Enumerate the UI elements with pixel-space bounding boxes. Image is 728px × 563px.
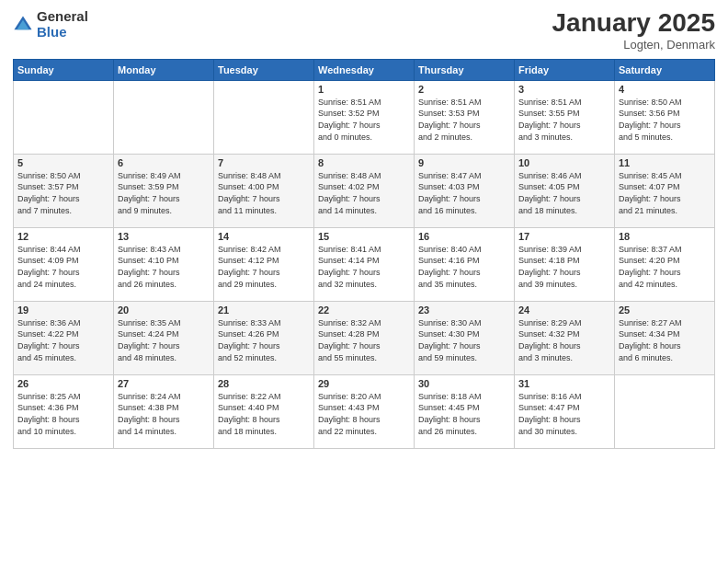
day-info: Sunrise: 8:48 AM Sunset: 4:00 PM Dayligh…: [218, 170, 310, 216]
calendar-header-wednesday: Wednesday: [314, 59, 415, 80]
day-number: 16: [418, 231, 510, 242]
calendar-header-sunday: Sunday: [14, 59, 114, 80]
logo-text: General Blue: [37, 9, 88, 40]
calendar: SundayMondayTuesdayWednesdayThursdayFrid…: [13, 59, 715, 449]
day-number: 3: [518, 84, 610, 95]
calendar-cell: 22Sunrise: 8:32 AM Sunset: 4:28 PM Dayli…: [314, 301, 415, 374]
calendar-cell: 13Sunrise: 8:43 AM Sunset: 4:10 PM Dayli…: [114, 227, 214, 301]
calendar-week-row: 12Sunrise: 8:44 AM Sunset: 4:09 PM Dayli…: [14, 227, 715, 301]
subtitle: Logten, Denmark: [552, 38, 715, 52]
calendar-cell: 19Sunrise: 8:36 AM Sunset: 4:22 PM Dayli…: [14, 301, 114, 374]
day-number: 13: [118, 231, 210, 242]
day-info: Sunrise: 8:51 AM Sunset: 3:52 PM Dayligh…: [318, 97, 410, 143]
day-number: 8: [318, 157, 410, 168]
page: General Blue January 2025 Logten, Denmar…: [0, 0, 728, 563]
calendar-cell: [214, 80, 314, 154]
day-info: Sunrise: 8:32 AM Sunset: 4:28 PM Dayligh…: [318, 317, 410, 363]
calendar-cell: 20Sunrise: 8:35 AM Sunset: 4:24 PM Dayli…: [114, 301, 214, 374]
title-area: January 2025 Logten, Denmark: [552, 9, 715, 52]
calendar-cell: 10Sunrise: 8:46 AM Sunset: 4:05 PM Dayli…: [515, 154, 615, 227]
calendar-cell: 12Sunrise: 8:44 AM Sunset: 4:09 PM Dayli…: [14, 227, 114, 301]
calendar-week-row: 26Sunrise: 8:25 AM Sunset: 4:36 PM Dayli…: [14, 374, 715, 448]
day-number: 11: [619, 157, 711, 168]
day-number: 19: [17, 304, 109, 316]
day-info: Sunrise: 8:50 AM Sunset: 3:56 PM Dayligh…: [619, 97, 711, 143]
logo-blue: Blue: [37, 25, 88, 40]
calendar-cell: 27Sunrise: 8:24 AM Sunset: 4:38 PM Dayli…: [114, 374, 214, 448]
day-info: Sunrise: 8:47 AM Sunset: 4:03 PM Dayligh…: [418, 170, 510, 216]
day-number: 22: [318, 304, 410, 316]
calendar-cell: 24Sunrise: 8:29 AM Sunset: 4:32 PM Dayli…: [515, 301, 615, 374]
day-number: 20: [118, 304, 210, 316]
day-info: Sunrise: 8:51 AM Sunset: 3:53 PM Dayligh…: [418, 97, 510, 143]
calendar-cell: 9Sunrise: 8:47 AM Sunset: 4:03 PM Daylig…: [415, 154, 515, 227]
day-number: 18: [619, 231, 711, 242]
day-number: 15: [318, 231, 410, 242]
day-info: Sunrise: 8:16 AM Sunset: 4:47 PM Dayligh…: [518, 391, 610, 437]
day-info: Sunrise: 8:25 AM Sunset: 4:36 PM Dayligh…: [17, 391, 109, 437]
day-info: Sunrise: 8:35 AM Sunset: 4:24 PM Dayligh…: [118, 317, 210, 363]
day-number: 28: [218, 378, 310, 389]
day-number: 27: [118, 378, 210, 389]
calendar-cell: 15Sunrise: 8:41 AM Sunset: 4:14 PM Dayli…: [314, 227, 415, 301]
calendar-cell: 16Sunrise: 8:40 AM Sunset: 4:16 PM Dayli…: [415, 227, 515, 301]
calendar-cell: 6Sunrise: 8:49 AM Sunset: 3:59 PM Daylig…: [114, 154, 214, 227]
calendar-header-thursday: Thursday: [415, 59, 515, 80]
day-info: Sunrise: 8:46 AM Sunset: 4:05 PM Dayligh…: [518, 170, 610, 216]
calendar-week-row: 19Sunrise: 8:36 AM Sunset: 4:22 PM Dayli…: [14, 301, 715, 374]
day-number: 4: [619, 84, 711, 95]
calendar-cell: 17Sunrise: 8:39 AM Sunset: 4:18 PM Dayli…: [515, 227, 615, 301]
day-number: 1: [318, 84, 410, 95]
logo-general: General: [37, 9, 88, 25]
calendar-cell: 25Sunrise: 8:27 AM Sunset: 4:34 PM Dayli…: [615, 301, 715, 374]
day-number: 12: [17, 231, 109, 242]
day-number: 23: [418, 304, 510, 316]
day-number: 14: [218, 231, 310, 242]
calendar-cell: 4Sunrise: 8:50 AM Sunset: 3:56 PM Daylig…: [615, 80, 715, 154]
day-info: Sunrise: 8:43 AM Sunset: 4:10 PM Dayligh…: [118, 244, 210, 290]
day-number: 5: [17, 157, 109, 168]
day-number: 30: [418, 378, 510, 389]
logo-icon: [13, 15, 33, 35]
calendar-cell: 29Sunrise: 8:20 AM Sunset: 4:43 PM Dayli…: [314, 374, 415, 448]
calendar-header-tuesday: Tuesday: [214, 59, 314, 80]
calendar-header-monday: Monday: [114, 59, 214, 80]
calendar-cell: 5Sunrise: 8:50 AM Sunset: 3:57 PM Daylig…: [14, 154, 114, 227]
day-info: Sunrise: 8:24 AM Sunset: 4:38 PM Dayligh…: [118, 391, 210, 437]
calendar-cell: 1Sunrise: 8:51 AM Sunset: 3:52 PM Daylig…: [314, 80, 415, 154]
day-info: Sunrise: 8:49 AM Sunset: 3:59 PM Dayligh…: [118, 170, 210, 216]
day-number: 6: [118, 157, 210, 168]
calendar-cell: 7Sunrise: 8:48 AM Sunset: 4:00 PM Daylig…: [214, 154, 314, 227]
day-info: Sunrise: 8:18 AM Sunset: 4:45 PM Dayligh…: [418, 391, 510, 437]
day-info: Sunrise: 8:50 AM Sunset: 3:57 PM Dayligh…: [17, 170, 109, 216]
calendar-week-row: 5Sunrise: 8:50 AM Sunset: 3:57 PM Daylig…: [14, 154, 715, 227]
day-info: Sunrise: 8:22 AM Sunset: 4:40 PM Dayligh…: [218, 391, 310, 437]
day-info: Sunrise: 8:42 AM Sunset: 4:12 PM Dayligh…: [218, 244, 310, 290]
day-number: 17: [518, 231, 610, 242]
day-info: Sunrise: 8:37 AM Sunset: 4:20 PM Dayligh…: [619, 244, 711, 290]
day-info: Sunrise: 8:40 AM Sunset: 4:16 PM Dayligh…: [418, 244, 510, 290]
day-info: Sunrise: 8:45 AM Sunset: 4:07 PM Dayligh…: [619, 170, 711, 216]
day-number: 7: [218, 157, 310, 168]
day-info: Sunrise: 8:41 AM Sunset: 4:14 PM Dayligh…: [318, 244, 410, 290]
logo: General Blue: [13, 9, 88, 40]
day-info: Sunrise: 8:48 AM Sunset: 4:02 PM Dayligh…: [318, 170, 410, 216]
day-number: 10: [518, 157, 610, 168]
day-number: 26: [17, 378, 109, 389]
day-number: 9: [418, 157, 510, 168]
day-number: 21: [218, 304, 310, 316]
calendar-cell: 11Sunrise: 8:45 AM Sunset: 4:07 PM Dayli…: [615, 154, 715, 227]
calendar-cell: [615, 374, 715, 448]
calendar-cell: [14, 80, 114, 154]
day-number: 2: [418, 84, 510, 95]
calendar-header-friday: Friday: [515, 59, 615, 80]
day-number: 25: [619, 304, 711, 316]
calendar-cell: 31Sunrise: 8:16 AM Sunset: 4:47 PM Dayli…: [515, 374, 615, 448]
day-info: Sunrise: 8:36 AM Sunset: 4:22 PM Dayligh…: [17, 317, 109, 363]
calendar-cell: 21Sunrise: 8:33 AM Sunset: 4:26 PM Dayli…: [214, 301, 314, 374]
calendar-cell: 8Sunrise: 8:48 AM Sunset: 4:02 PM Daylig…: [314, 154, 415, 227]
calendar-week-row: 1Sunrise: 8:51 AM Sunset: 3:52 PM Daylig…: [14, 80, 715, 154]
calendar-cell: 26Sunrise: 8:25 AM Sunset: 4:36 PM Dayli…: [14, 374, 114, 448]
day-info: Sunrise: 8:51 AM Sunset: 3:55 PM Dayligh…: [518, 97, 610, 143]
calendar-cell: 28Sunrise: 8:22 AM Sunset: 4:40 PM Dayli…: [214, 374, 314, 448]
